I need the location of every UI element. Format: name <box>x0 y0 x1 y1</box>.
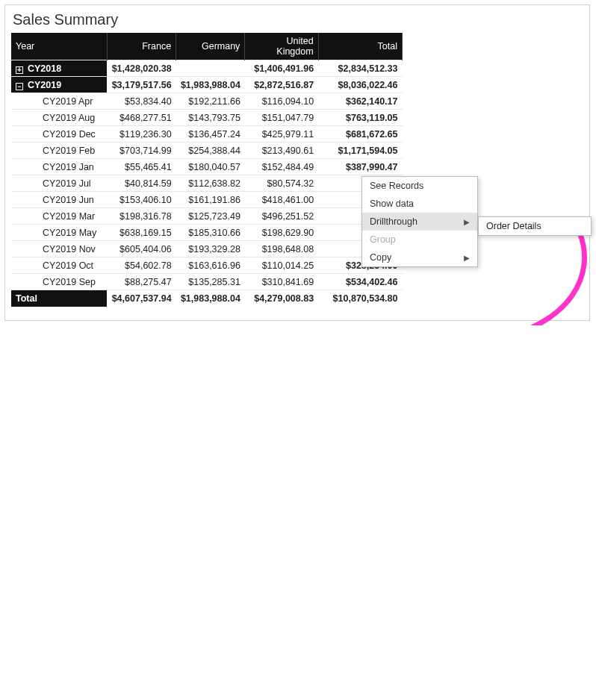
context-menu-item[interactable]: Drillthrough▶ <box>362 213 477 231</box>
table-row[interactable]: CY2019 Feb$703,714.99$254,388.44$213,490… <box>11 143 403 159</box>
table-row[interactable]: CY2018$1,428,020.38$1,406,491.96$2,834,5… <box>11 60 403 77</box>
context-menu-item[interactable]: Show data <box>362 195 477 213</box>
submenu-item-order-details[interactable]: Order Details <box>486 221 541 231</box>
table-row[interactable]: CY2019 Jan$55,465.41$180,040.57$152,484.… <box>11 159 403 175</box>
context-menu: See RecordsShow dataDrillthrough▶GroupCo… <box>361 176 478 267</box>
collapse-icon[interactable] <box>16 83 23 90</box>
sales-summary-title: Sales Summary <box>11 10 583 33</box>
chevron-right-icon: ▶ <box>464 218 470 226</box>
table-row[interactable]: CY2019 Mar$198,316.78$125,723.49$496,251… <box>11 208 403 225</box>
table-row[interactable]: CY2019 Dec$119,236.30$136,457.24$425,979… <box>11 126 403 143</box>
col-germany[interactable]: Germany <box>176 33 245 60</box>
context-menu-item[interactable]: See Records <box>362 177 477 195</box>
col-total[interactable]: Total <box>318 33 402 60</box>
table-row[interactable]: CY2019 Oct$54,602.78$163,616.96$110,014.… <box>11 257 403 274</box>
table-row[interactable]: CY2019 Nov$605,404.06$193,329.28$198,648… <box>11 241 403 257</box>
table-row[interactable]: CY2019 Aug$468,277.51$143,793.75$151,047… <box>11 110 403 126</box>
col-uk[interactable]: United Kingdom <box>245 33 318 60</box>
sales-summary-panel: Sales Summary Year France Germany United… <box>4 4 590 321</box>
table-row[interactable]: CY2019 Jun$153,406.10$161,191.86$418,461… <box>11 192 403 208</box>
table-row[interactable]: CY2019 Apr$53,834.40$192,211.66$116,094.… <box>11 93 403 110</box>
table-row[interactable]: CY2019$3,179,517.56$1,983,988.04$2,872,5… <box>11 77 403 93</box>
context-menu-item: Group <box>362 231 477 249</box>
col-year[interactable]: Year <box>11 33 107 60</box>
table-row[interactable]: CY2019 May$638,169.15$185,310.66$198,629… <box>11 225 403 241</box>
chevron-right-icon: ▶ <box>464 254 470 262</box>
footer-label: Total <box>11 290 107 307</box>
summary-header-row: Year France Germany United Kingdom Total <box>11 33 403 60</box>
table-row[interactable]: CY2019 Sep$88,275.47$135,285.31$310,841.… <box>11 274 403 290</box>
col-france[interactable]: France <box>107 33 176 60</box>
context-menu-item[interactable]: Copy▶ <box>362 249 477 266</box>
drillthrough-submenu[interactable]: Order Details <box>478 216 592 236</box>
sales-summary-table: Year France Germany United Kingdom Total… <box>11 33 403 307</box>
table-row[interactable]: CY2019 Jul$40,814.59$112,638.82$80,574.3… <box>11 175 403 192</box>
summary-footer-row: Total $4,607,537.94 $1,983,988.04 $4,279… <box>11 290 403 307</box>
expand-icon[interactable] <box>16 66 23 74</box>
